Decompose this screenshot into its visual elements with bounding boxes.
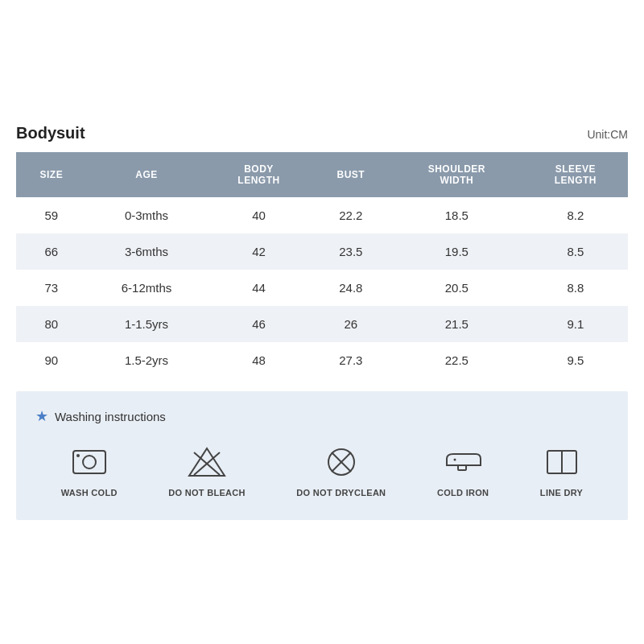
table-header-row: SIZE AGE BODYLENGTH BUST SHOULDERWIDTH S… — [16, 152, 628, 197]
do-not-dryclean-item: DO NOT DRYCLEAN — [296, 444, 386, 497]
table-cell: 46 — [206, 306, 311, 342]
table-cell: 59 — [16, 197, 87, 233]
line-dry-icon — [541, 444, 583, 480]
star-icon: ★ — [35, 407, 48, 425]
line-dry-label: LINE DRY — [540, 488, 583, 497]
do-not-bleach-icon — [186, 444, 228, 480]
table-cell: 9.1 — [523, 306, 628, 342]
table-cell: 3-6mths — [87, 233, 207, 270]
table-row: 736-12mths4424.820.58.8 — [16, 270, 628, 306]
table-cell: 26 — [312, 306, 390, 342]
table-cell: 22.5 — [390, 342, 523, 378]
do-not-dryclean-icon — [320, 444, 362, 480]
table-cell: 18.5 — [390, 197, 523, 233]
svg-rect-9 — [458, 465, 466, 470]
table-cell: 9.5 — [523, 342, 628, 378]
svg-point-11 — [454, 459, 456, 461]
page-title: Bodysuit — [16, 124, 85, 142]
table-cell: 90 — [16, 342, 87, 378]
svg-point-1 — [83, 456, 96, 469]
table-cell: 24.8 — [312, 270, 390, 306]
table-cell: 1-1.5yrs — [87, 306, 207, 342]
table-cell: 8.2 — [523, 197, 628, 233]
header-row: Bodysuit Unit:CM — [16, 124, 628, 142]
table-cell: 40 — [206, 197, 311, 233]
wash-cold-label: WASH COLD — [61, 488, 118, 497]
washing-icons-row: WASH COLD DO NOT BLEACH DO NOT DRYCLEA — [35, 444, 609, 497]
cold-iron-icon — [442, 444, 484, 480]
cold-iron-label: COLD IRON — [437, 488, 489, 497]
table-cell: 0-3mths — [87, 197, 207, 233]
col-header-size: SIZE — [16, 152, 87, 197]
unit-label: Unit:CM — [587, 128, 628, 141]
cold-iron-item: COLD IRON — [437, 444, 489, 497]
col-header-sleeve-length: SLEEVELENGTH — [523, 152, 628, 197]
table-cell: 6-12mths — [87, 270, 207, 306]
table-cell: 23.5 — [312, 233, 390, 270]
size-table: SIZE AGE BODYLENGTH BUST SHOULDERWIDTH S… — [16, 152, 628, 378]
col-header-body-length: BODYLENGTH — [206, 152, 311, 197]
table-row: 663-6mths4223.519.58.5 — [16, 233, 628, 270]
table-row: 801-1.5yrs462621.59.1 — [16, 306, 628, 342]
table-cell: 73 — [16, 270, 87, 306]
table-cell: 42 — [206, 233, 311, 270]
col-header-bust: BUST — [312, 152, 390, 197]
table-cell: 8.5 — [523, 233, 628, 270]
table-row: 590-3mths4022.218.58.2 — [16, 197, 628, 233]
table-cell: 44 — [206, 270, 311, 306]
table-cell: 21.5 — [390, 306, 523, 342]
table-cell: 48 — [206, 342, 311, 378]
wash-cold-icon — [68, 444, 110, 480]
table-cell: 80 — [16, 306, 87, 342]
do-not-bleach-item: DO NOT BLEACH — [168, 444, 246, 497]
do-not-dryclean-label: DO NOT DRYCLEAN — [296, 488, 386, 497]
do-not-bleach-label: DO NOT BLEACH — [168, 488, 246, 497]
table-cell: 66 — [16, 233, 87, 270]
washing-title-label: Washing instructions — [55, 410, 166, 423]
table-cell: 20.5 — [390, 270, 523, 306]
table-cell: 19.5 — [390, 233, 523, 270]
col-header-shoulder-width: SHOULDERWIDTH — [390, 152, 523, 197]
wash-cold-item: WASH COLD — [61, 444, 118, 497]
washing-title-row: ★ Washing instructions — [35, 407, 609, 425]
table-row: 901.5-2yrs4827.322.59.5 — [16, 342, 628, 378]
line-dry-item: LINE DRY — [540, 444, 583, 497]
table-cell: 1.5-2yrs — [87, 342, 207, 378]
table-cell: 8.8 — [523, 270, 628, 306]
table-cell: 27.3 — [312, 342, 390, 378]
table-cell: 22.2 — [312, 197, 390, 233]
col-header-age: AGE — [87, 152, 207, 197]
washing-section: ★ Washing instructions WASH COLD — [16, 391, 628, 520]
page-container: Bodysuit Unit:CM SIZE AGE BODYLENGTH BUS… — [16, 124, 628, 520]
svg-point-2 — [76, 454, 80, 457]
